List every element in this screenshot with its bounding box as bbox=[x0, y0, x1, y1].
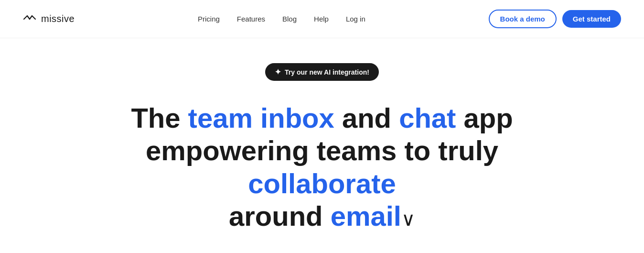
navbar: missive Pricing Features Blog Help Log i… bbox=[0, 0, 644, 38]
badge-text: Try our new AI integration! bbox=[285, 68, 369, 76]
logo-icon bbox=[23, 15, 36, 23]
nav-link-features[interactable]: Features bbox=[237, 15, 265, 23]
hero-section: ✦ Try our new AI integration! The team i… bbox=[0, 38, 644, 252]
logo[interactable]: missive bbox=[23, 13, 75, 24]
heading-chat: chat bbox=[399, 102, 456, 133]
ai-integration-badge[interactable]: ✦ Try our new AI integration! bbox=[265, 63, 379, 81]
heading-line1: The team inbox and chat app bbox=[131, 102, 513, 133]
nav-actions: Book a demo Get started bbox=[489, 10, 621, 28]
heading-around-text: around bbox=[229, 200, 331, 231]
nav-links: Pricing Features Blog Help Log in bbox=[198, 15, 365, 23]
email-dropdown-chevron[interactable]: ∨ bbox=[401, 209, 415, 229]
heading-email: email bbox=[331, 200, 401, 231]
nav-link-help[interactable]: Help bbox=[314, 15, 329, 23]
book-demo-button[interactable]: Book a demo bbox=[489, 10, 557, 28]
heading-and-text: and bbox=[334, 102, 399, 133]
heading-pre-text: The bbox=[131, 102, 188, 133]
hero-heading: The team inbox and chat app empowering t… bbox=[117, 102, 527, 233]
heading-team-inbox: team inbox bbox=[188, 102, 334, 133]
nav-link-pricing[interactable]: Pricing bbox=[198, 15, 220, 23]
sparkle-icon: ✦ bbox=[275, 67, 281, 77]
heading-app-text: app bbox=[456, 102, 513, 133]
nav-link-blog[interactable]: Blog bbox=[282, 15, 297, 23]
heading-line3: around email ∨ bbox=[229, 200, 415, 231]
heading-line2: empowering teams to truly collaborate bbox=[146, 135, 498, 198]
get-started-button[interactable]: Get started bbox=[562, 10, 621, 28]
heading-empowering-text: empowering teams to truly bbox=[146, 135, 498, 166]
nav-link-login[interactable]: Log in bbox=[346, 15, 365, 23]
logo-text: missive bbox=[41, 13, 75, 24]
heading-collaborate: collaborate bbox=[248, 168, 396, 199]
